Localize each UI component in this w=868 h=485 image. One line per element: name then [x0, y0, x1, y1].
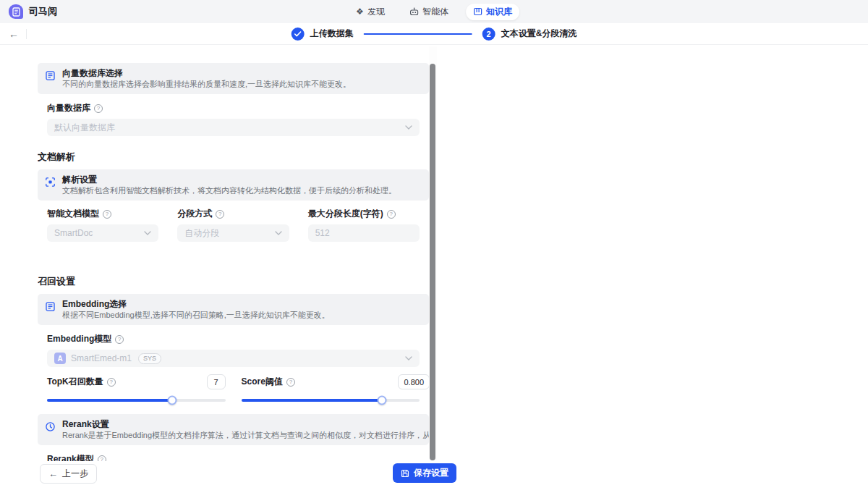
nav-agent-label: 智能体 — [422, 6, 448, 18]
step2-circle: 2 — [482, 28, 495, 41]
embedding-topk-slider[interactable] — [47, 395, 226, 405]
database-icon — [44, 69, 56, 82]
nav-item-discover[interactable]: ❖ 发现 — [349, 4, 392, 20]
embedding-score-label: Score阈值 — [242, 376, 283, 388]
embedding-topk-value-box[interactable]: 7 — [207, 374, 226, 389]
recall-section-heading: 召回设置 — [38, 275, 429, 288]
help-icon[interactable]: ? — [94, 104, 103, 113]
embedding-banner-desc: 根据不同Embedding模型,选择不同的召回策略,一旦选择此知识库不能更改。 — [62, 310, 330, 320]
model-badge-icon: A — [54, 353, 66, 364]
vector-db-banner-text: 向量数据库选择 不同的向量数据库选择会影响重排结果的质量和速度,一旦选择此知识库… — [62, 67, 351, 89]
help-icon[interactable]: ? — [107, 378, 116, 387]
footer-bar: ← 上一步 保存设置 — [0, 461, 868, 485]
embedding-banner-title: Embedding选择 — [62, 298, 330, 310]
form-content: 向量数据库选择 不同的向量数据库选择会影响重排结果的质量和速度,一旦选择此知识库… — [38, 46, 429, 485]
doc-model-label: 智能文档模型 — [47, 208, 99, 220]
rerank-banner: Rerank设置 Rerank是基于Embedding模型的文档排序算法，通过计… — [38, 414, 429, 445]
discover-icon: ❖ — [356, 7, 364, 17]
slider-handle[interactable] — [378, 396, 387, 405]
step1-label[interactable]: 上传数据集 — [310, 28, 354, 40]
embedding-banner: Embedding选择 根据不同Embedding模型,选择不同的召回策略,一旦… — [38, 294, 429, 325]
slider-fill — [242, 399, 383, 402]
help-icon[interactable]: ? — [115, 335, 124, 344]
back-arrow-icon[interactable]: ← — [9, 29, 19, 39]
app-logo-icon — [9, 4, 23, 19]
parse-banner-desc: 文档解析包含利用智能文档解析技术，将文档内容转化为结构化数据，便于后续的分析和处… — [62, 185, 396, 195]
arrow-left-icon: ← — [48, 469, 58, 478]
scan-icon — [44, 176, 56, 188]
save-settings-button[interactable]: 保存设置 — [393, 463, 456, 483]
nav-item-knowledge-base[interactable]: 知识库 — [466, 4, 519, 20]
vector-db-banner: 向量数据库选择 不同的向量数据库选择会影响重排结果的质量和速度,一旦选择此知识库… — [38, 63, 429, 94]
parse-banner: 解析设置 文档解析包含利用智能文档解析技术，将文档内容转化为结构化数据，便于后续… — [38, 169, 429, 201]
app-title: 司马阅 — [29, 5, 57, 18]
doc-model-value: SmartDoc — [54, 228, 93, 238]
embedding-score-value-box[interactable]: 0.800 — [398, 374, 429, 389]
top-nav: ❖ 发现 智能体 知识库 — [349, 0, 519, 23]
step2-label: 文本设置&分段清洗 — [501, 28, 577, 40]
step1-circle[interactable] — [292, 28, 305, 41]
scrollbar-track — [429, 46, 437, 460]
slider-handle[interactable] — [167, 396, 176, 405]
library-icon — [473, 7, 482, 16]
rerank-banner-text: Rerank设置 Rerank是基于Embedding模型的文档排序算法，通过计… — [62, 418, 429, 440]
embedding-icon — [44, 300, 56, 313]
help-icon[interactable]: ? — [387, 210, 396, 219]
vector-db-banner-title: 向量数据库选择 — [62, 67, 351, 79]
embedding-model-value: SmartEmed-m1 — [71, 353, 132, 363]
save-icon — [401, 469, 409, 478]
embedding-score-slider[interactable] — [242, 395, 420, 405]
robot-icon — [409, 7, 419, 16]
segment-mode-select: 自动分段 — [177, 224, 289, 242]
check-icon — [294, 31, 302, 37]
subbar-divider — [26, 29, 27, 39]
max-length-input: 512 — [308, 224, 420, 242]
doc-model-select: SmartDoc — [47, 224, 158, 242]
help-icon[interactable]: ? — [286, 378, 295, 387]
chevron-down-icon — [144, 231, 151, 235]
previous-step-button[interactable]: ← 上一步 — [40, 464, 97, 484]
segment-mode-value: 自动分段 — [184, 227, 219, 240]
parse-banner-text: 解析设置 文档解析包含利用智能文档解析技术，将文档内容转化为结构化数据，便于后续… — [62, 174, 396, 195]
chevron-down-icon — [405, 356, 412, 360]
max-length-label: 最大分段长度(字符) — [308, 208, 383, 220]
step-connector — [364, 33, 472, 35]
previous-step-label: 上一步 — [62, 468, 88, 480]
chevron-down-icon — [275, 231, 282, 235]
brand: 司马阅 — [9, 4, 57, 19]
vector-db-field-label: 向量数据库 — [47, 102, 90, 114]
parse-section-heading: 文档解析 — [38, 151, 429, 164]
nav-item-agents[interactable]: 智能体 — [402, 4, 456, 20]
max-length-value: 512 — [315, 228, 330, 238]
embedding-topk-label: TopK召回数量 — [47, 376, 103, 388]
embedding-model-select: A SmartEmed-m1 SYS — [47, 350, 420, 367]
help-icon[interactable]: ? — [103, 210, 111, 219]
vector-db-banner-desc: 不同的向量数据库选择会影响重排结果的质量和速度,一旦选择此知识库不能更改。 — [62, 79, 351, 89]
help-icon[interactable]: ? — [216, 210, 224, 219]
slider-fill — [47, 399, 172, 402]
rerank-banner-desc: Rerank是基于Embedding模型的文档排序算法，通过计算文档与查询之间的… — [62, 430, 429, 440]
chevron-down-icon — [405, 125, 412, 130]
vector-db-select-value: 默认向量数据库 — [54, 122, 115, 134]
scrollbar-thumb[interactable] — [430, 64, 435, 460]
parse-banner-title: 解析设置 — [62, 174, 396, 185]
nav-knowledge-label: 知识库 — [486, 6, 512, 18]
top-bar: 司马阅 ❖ 发现 智能体 知识库 — [0, 0, 868, 23]
stepper: 上传数据集 2 文本设置&分段清洗 — [292, 23, 577, 44]
sub-bar: ← 上传数据集 2 文本设置&分段清洗 — [0, 23, 868, 45]
rerank-icon — [44, 421, 56, 433]
rerank-banner-title: Rerank设置 — [62, 418, 429, 430]
save-settings-label: 保存设置 — [414, 467, 448, 479]
embedding-banner-text: Embedding选择 根据不同Embedding模型,选择不同的召回策略,一旦… — [62, 298, 330, 320]
nav-discover-label: 发现 — [367, 6, 385, 18]
segment-mode-label: 分段方式 — [177, 208, 212, 220]
embedding-model-label: Embedding模型 — [47, 333, 111, 345]
vector-db-select: 默认向量数据库 — [47, 119, 420, 136]
sys-tag: SYS — [138, 353, 161, 364]
